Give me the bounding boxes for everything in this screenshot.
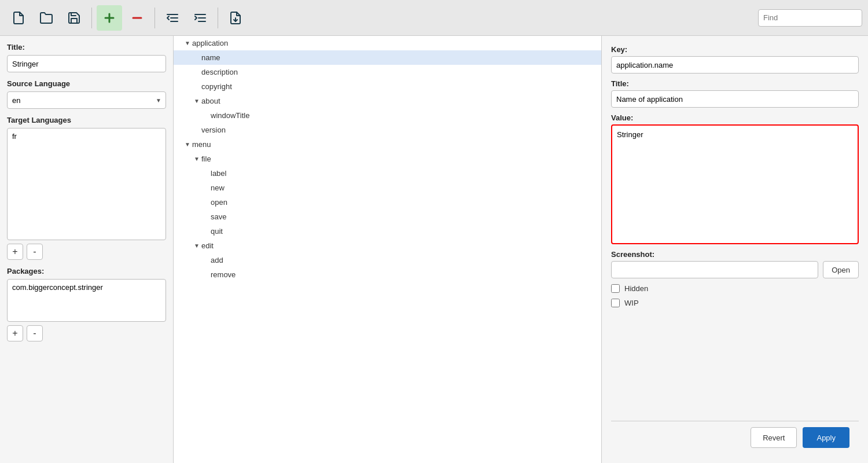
tree-item[interactable]: name <box>174 50 601 65</box>
tree-item[interactable]: open <box>174 195 601 210</box>
wip-checkbox[interactable] <box>611 299 620 307</box>
tree-item-label: label <box>211 169 226 178</box>
tree-toggle-icon: ▼ <box>192 98 201 104</box>
key-label: Key: <box>611 45 859 54</box>
right-panel: Key: Title: Value: Stringer Screenshot: … <box>602 36 868 463</box>
title-field-group: Title: <box>611 79 859 108</box>
tree-item[interactable]: ▼edit <box>174 238 601 253</box>
tree-item-label: new <box>211 183 225 192</box>
right-title-input[interactable] <box>611 90 859 108</box>
screenshot-row: Open <box>611 261 859 278</box>
tree-panel: ▼applicationnamedescriptioncopyright▼abo… <box>174 36 602 463</box>
right-panel-spacer <box>611 313 859 415</box>
find-input[interactable] <box>758 9 862 27</box>
tree-item-label: application <box>192 39 228 47</box>
new-file-button[interactable] <box>6 5 31 31</box>
remove-button[interactable] <box>124 5 150 31</box>
tree-item-label: copyright <box>201 82 232 91</box>
open-folder-button[interactable] <box>34 5 59 31</box>
tree-item[interactable]: ▼about <box>174 94 601 108</box>
hidden-checkbox[interactable] <box>611 284 620 293</box>
tree-item[interactable]: windowTitle <box>174 108 601 123</box>
title-input[interactable] <box>7 55 166 72</box>
tree-item-label: menu <box>192 140 211 149</box>
tree-item[interactable]: ▼file <box>174 152 601 166</box>
tree-item-label: save <box>211 212 226 221</box>
tree-item-label: remove <box>211 270 236 279</box>
apply-button[interactable]: Apply <box>803 427 849 448</box>
value-field-group: Value: Stringer <box>611 113 859 244</box>
value-textarea[interactable]: Stringer <box>612 126 858 241</box>
open-button[interactable]: Open <box>823 261 859 278</box>
bottom-bar: Revert Apply <box>611 421 859 454</box>
screenshot-label: Screenshot: <box>611 250 859 259</box>
source-language-select[interactable]: en fr de es ja <box>7 91 166 109</box>
remove-target-lang-button[interactable]: - <box>27 244 43 260</box>
tree-item-label: about <box>201 97 220 105</box>
tree-item-label: version <box>201 126 226 134</box>
tree-item[interactable]: ▼application <box>174 36 601 50</box>
wip-label: WIP <box>624 299 639 307</box>
separator-2 <box>155 8 155 28</box>
tree-item-label: file <box>201 155 211 163</box>
tree-item-label: description <box>201 68 238 76</box>
source-language-label: Source Language <box>7 79 166 88</box>
add-package-button[interactable]: + <box>7 325 23 341</box>
key-field-group: Key: <box>611 45 859 74</box>
packages-textarea[interactable]: com.biggerconcept.stringer <box>7 279 166 322</box>
tree-item[interactable]: label <box>174 166 601 181</box>
packages-label: Packages: <box>7 267 166 275</box>
title-label: Title: <box>7 43 166 52</box>
hidden-label: Hidden <box>624 284 648 293</box>
key-input[interactable] <box>611 56 859 74</box>
tree-toggle-icon: ▼ <box>192 242 201 249</box>
tree-item-label: windowTitle <box>211 111 249 120</box>
tree-toggle-icon: ▼ <box>183 40 192 46</box>
screenshot-input[interactable] <box>611 261 818 278</box>
value-label: Value: <box>611 113 859 122</box>
save-button[interactable] <box>61 5 87 31</box>
tree-item[interactable]: ▼menu <box>174 137 601 152</box>
indent-decrease-button[interactable] <box>160 5 185 31</box>
tree-item[interactable]: quit <box>174 224 601 238</box>
tree-item[interactable]: add <box>174 253 601 267</box>
add-target-lang-button[interactable]: + <box>7 244 23 260</box>
tree-toggle-icon: ▼ <box>183 141 192 148</box>
separator-3 <box>218 8 218 28</box>
separator-1 <box>91 8 92 28</box>
hidden-checkbox-row: Hidden <box>611 284 859 293</box>
tree-item-label: open <box>211 198 227 207</box>
right-title-label: Title: <box>611 79 859 88</box>
target-lang-buttons: + - <box>7 244 166 260</box>
tree-item-label: add <box>211 256 223 264</box>
main-area: Title: Source Language en fr de es ja ▼ … <box>0 36 868 463</box>
tree-item-label: edit <box>201 241 214 250</box>
wip-checkbox-row: WIP <box>611 299 859 307</box>
tree-item[interactable]: copyright <box>174 79 601 94</box>
toolbar <box>0 0 868 36</box>
tree-item[interactable]: version <box>174 123 601 137</box>
indent-increase-button[interactable] <box>187 5 213 31</box>
tree-item[interactable]: save <box>174 210 601 224</box>
tree-item-label: quit <box>211 227 223 236</box>
tree-toggle-icon: ▼ <box>192 156 201 162</box>
tree-item[interactable]: remove <box>174 267 601 282</box>
value-container: Stringer <box>611 124 859 244</box>
tree-item[interactable]: new <box>174 181 601 195</box>
add-button[interactable] <box>97 5 122 31</box>
source-language-wrapper: en fr de es ja ▼ <box>7 91 166 109</box>
remove-package-button[interactable]: - <box>27 325 43 341</box>
screenshot-field-group: Screenshot: Open <box>611 250 859 278</box>
export-button[interactable] <box>223 5 248 31</box>
revert-button[interactable]: Revert <box>751 427 797 448</box>
left-panel: Title: Source Language en fr de es ja ▼ … <box>0 36 174 463</box>
target-languages-label: Target Languages <box>7 116 166 124</box>
tree-item[interactable]: description <box>174 65 601 79</box>
packages-buttons: + - <box>7 325 166 341</box>
target-languages-textarea[interactable]: fr <box>7 128 166 240</box>
tree-item-label: name <box>201 53 220 62</box>
